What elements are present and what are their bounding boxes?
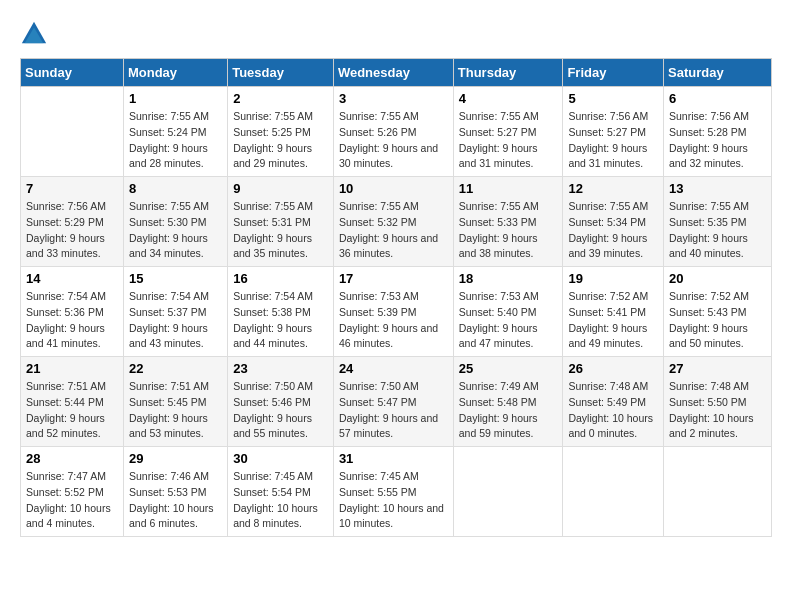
day-info: Sunrise: 7:55 AMSunset: 5:27 PMDaylight:…: [459, 109, 558, 172]
day-info: Sunrise: 7:47 AMSunset: 5:52 PMDaylight:…: [26, 469, 118, 532]
calendar-cell: 3Sunrise: 7:55 AMSunset: 5:26 PMDaylight…: [333, 87, 453, 177]
calendar-cell: 18Sunrise: 7:53 AMSunset: 5:40 PMDayligh…: [453, 267, 563, 357]
day-number: 24: [339, 361, 448, 376]
header-day-thursday: Thursday: [453, 59, 563, 87]
day-info: Sunrise: 7:52 AMSunset: 5:43 PMDaylight:…: [669, 289, 766, 352]
calendar-cell: 16Sunrise: 7:54 AMSunset: 5:38 PMDayligh…: [228, 267, 334, 357]
calendar-cell: 27Sunrise: 7:48 AMSunset: 5:50 PMDayligh…: [663, 357, 771, 447]
day-number: 17: [339, 271, 448, 286]
day-number: 1: [129, 91, 222, 106]
calendar-header: SundayMondayTuesdayWednesdayThursdayFrid…: [21, 59, 772, 87]
day-info: Sunrise: 7:54 AMSunset: 5:36 PMDaylight:…: [26, 289, 118, 352]
day-number: 13: [669, 181, 766, 196]
day-number: 2: [233, 91, 328, 106]
day-number: 30: [233, 451, 328, 466]
calendar-cell: 21Sunrise: 7:51 AMSunset: 5:44 PMDayligh…: [21, 357, 124, 447]
day-number: 3: [339, 91, 448, 106]
header-day-sunday: Sunday: [21, 59, 124, 87]
calendar-cell: 11Sunrise: 7:55 AMSunset: 5:33 PMDayligh…: [453, 177, 563, 267]
day-number: 5: [568, 91, 658, 106]
day-info: Sunrise: 7:49 AMSunset: 5:48 PMDaylight:…: [459, 379, 558, 442]
day-number: 27: [669, 361, 766, 376]
logo: [20, 20, 52, 48]
calendar-cell: 24Sunrise: 7:50 AMSunset: 5:47 PMDayligh…: [333, 357, 453, 447]
day-info: Sunrise: 7:55 AMSunset: 5:33 PMDaylight:…: [459, 199, 558, 262]
calendar-cell: 19Sunrise: 7:52 AMSunset: 5:41 PMDayligh…: [563, 267, 664, 357]
day-info: Sunrise: 7:50 AMSunset: 5:46 PMDaylight:…: [233, 379, 328, 442]
day-number: 28: [26, 451, 118, 466]
day-info: Sunrise: 7:56 AMSunset: 5:29 PMDaylight:…: [26, 199, 118, 262]
calendar-body: 1Sunrise: 7:55 AMSunset: 5:24 PMDaylight…: [21, 87, 772, 537]
calendar-cell: 23Sunrise: 7:50 AMSunset: 5:46 PMDayligh…: [228, 357, 334, 447]
calendar-cell: 29Sunrise: 7:46 AMSunset: 5:53 PMDayligh…: [123, 447, 227, 537]
calendar-cell: 22Sunrise: 7:51 AMSunset: 5:45 PMDayligh…: [123, 357, 227, 447]
day-info: Sunrise: 7:54 AMSunset: 5:38 PMDaylight:…: [233, 289, 328, 352]
header-day-saturday: Saturday: [663, 59, 771, 87]
header-day-monday: Monday: [123, 59, 227, 87]
day-number: 14: [26, 271, 118, 286]
calendar-table: SundayMondayTuesdayWednesdayThursdayFrid…: [20, 58, 772, 537]
day-number: 23: [233, 361, 328, 376]
day-number: 25: [459, 361, 558, 376]
day-info: Sunrise: 7:55 AMSunset: 5:30 PMDaylight:…: [129, 199, 222, 262]
calendar-cell: 31Sunrise: 7:45 AMSunset: 5:55 PMDayligh…: [333, 447, 453, 537]
calendar-cell: 26Sunrise: 7:48 AMSunset: 5:49 PMDayligh…: [563, 357, 664, 447]
day-number: 7: [26, 181, 118, 196]
day-number: 8: [129, 181, 222, 196]
week-row-3: 14Sunrise: 7:54 AMSunset: 5:36 PMDayligh…: [21, 267, 772, 357]
calendar-cell: 4Sunrise: 7:55 AMSunset: 5:27 PMDaylight…: [453, 87, 563, 177]
calendar-cell: 14Sunrise: 7:54 AMSunset: 5:36 PMDayligh…: [21, 267, 124, 357]
day-info: Sunrise: 7:55 AMSunset: 5:24 PMDaylight:…: [129, 109, 222, 172]
calendar-cell: 13Sunrise: 7:55 AMSunset: 5:35 PMDayligh…: [663, 177, 771, 267]
day-info: Sunrise: 7:55 AMSunset: 5:34 PMDaylight:…: [568, 199, 658, 262]
day-info: Sunrise: 7:55 AMSunset: 5:35 PMDaylight:…: [669, 199, 766, 262]
calendar-cell: 6Sunrise: 7:56 AMSunset: 5:28 PMDaylight…: [663, 87, 771, 177]
calendar-cell: 25Sunrise: 7:49 AMSunset: 5:48 PMDayligh…: [453, 357, 563, 447]
day-info: Sunrise: 7:56 AMSunset: 5:27 PMDaylight:…: [568, 109, 658, 172]
day-info: Sunrise: 7:55 AMSunset: 5:25 PMDaylight:…: [233, 109, 328, 172]
day-info: Sunrise: 7:50 AMSunset: 5:47 PMDaylight:…: [339, 379, 448, 442]
calendar-cell: 1Sunrise: 7:55 AMSunset: 5:24 PMDaylight…: [123, 87, 227, 177]
header-day-tuesday: Tuesday: [228, 59, 334, 87]
day-number: 9: [233, 181, 328, 196]
day-info: Sunrise: 7:45 AMSunset: 5:54 PMDaylight:…: [233, 469, 328, 532]
calendar-cell: [453, 447, 563, 537]
week-row-5: 28Sunrise: 7:47 AMSunset: 5:52 PMDayligh…: [21, 447, 772, 537]
calendar-cell: [21, 87, 124, 177]
calendar-cell: 8Sunrise: 7:55 AMSunset: 5:30 PMDaylight…: [123, 177, 227, 267]
header: [20, 20, 772, 48]
calendar-cell: 10Sunrise: 7:55 AMSunset: 5:32 PMDayligh…: [333, 177, 453, 267]
day-info: Sunrise: 7:55 AMSunset: 5:26 PMDaylight:…: [339, 109, 448, 172]
day-number: 16: [233, 271, 328, 286]
day-info: Sunrise: 7:46 AMSunset: 5:53 PMDaylight:…: [129, 469, 222, 532]
week-row-4: 21Sunrise: 7:51 AMSunset: 5:44 PMDayligh…: [21, 357, 772, 447]
logo-icon: [20, 20, 48, 48]
week-row-2: 7Sunrise: 7:56 AMSunset: 5:29 PMDaylight…: [21, 177, 772, 267]
header-row: SundayMondayTuesdayWednesdayThursdayFrid…: [21, 59, 772, 87]
header-day-wednesday: Wednesday: [333, 59, 453, 87]
day-info: Sunrise: 7:55 AMSunset: 5:31 PMDaylight:…: [233, 199, 328, 262]
day-number: 15: [129, 271, 222, 286]
calendar-cell: [663, 447, 771, 537]
day-number: 20: [669, 271, 766, 286]
day-info: Sunrise: 7:45 AMSunset: 5:55 PMDaylight:…: [339, 469, 448, 532]
day-info: Sunrise: 7:53 AMSunset: 5:40 PMDaylight:…: [459, 289, 558, 352]
day-number: 22: [129, 361, 222, 376]
header-day-friday: Friday: [563, 59, 664, 87]
day-number: 29: [129, 451, 222, 466]
day-info: Sunrise: 7:53 AMSunset: 5:39 PMDaylight:…: [339, 289, 448, 352]
calendar-cell: 9Sunrise: 7:55 AMSunset: 5:31 PMDaylight…: [228, 177, 334, 267]
day-number: 11: [459, 181, 558, 196]
day-info: Sunrise: 7:55 AMSunset: 5:32 PMDaylight:…: [339, 199, 448, 262]
day-number: 4: [459, 91, 558, 106]
day-number: 10: [339, 181, 448, 196]
week-row-1: 1Sunrise: 7:55 AMSunset: 5:24 PMDaylight…: [21, 87, 772, 177]
calendar-cell: 5Sunrise: 7:56 AMSunset: 5:27 PMDaylight…: [563, 87, 664, 177]
day-number: 31: [339, 451, 448, 466]
calendar-cell: [563, 447, 664, 537]
day-number: 19: [568, 271, 658, 286]
calendar-cell: 7Sunrise: 7:56 AMSunset: 5:29 PMDaylight…: [21, 177, 124, 267]
day-info: Sunrise: 7:56 AMSunset: 5:28 PMDaylight:…: [669, 109, 766, 172]
calendar-cell: 30Sunrise: 7:45 AMSunset: 5:54 PMDayligh…: [228, 447, 334, 537]
day-info: Sunrise: 7:54 AMSunset: 5:37 PMDaylight:…: [129, 289, 222, 352]
